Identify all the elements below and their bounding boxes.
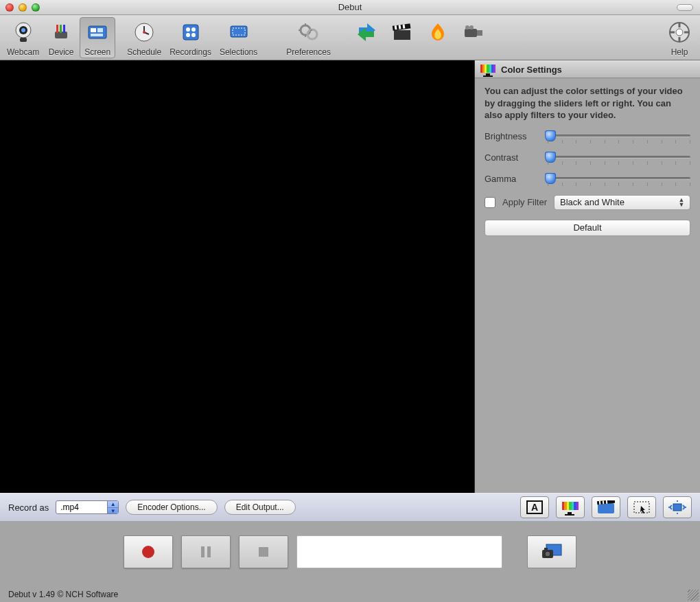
record-button[interactable] [124, 535, 173, 568]
sidebar: Color Settings You can adjust the color … [475, 60, 700, 493]
snapshot-icon [541, 543, 563, 561]
main-area: Color Settings You can adjust the color … [0, 60, 700, 493]
video-effects-icon [597, 500, 615, 514]
svg-rect-16 [183, 25, 198, 40]
svg-text:A: A [531, 502, 538, 513]
close-window-button[interactable] [5, 3, 14, 12]
toolbar-preferences[interactable]: Preferences [282, 17, 335, 58]
resize-grip[interactable] [688, 590, 699, 601]
toolbar-screen[interactable]: Screen [80, 17, 115, 58]
preferences-icon [295, 19, 323, 46]
zoom-window-button[interactable] [32, 3, 40, 12]
apply-filter-label: Apply Filter [502, 197, 547, 207]
gamma-label: Gamma [485, 174, 539, 184]
toolbar-screen-label: Screen [84, 47, 110, 57]
svg-point-2 [21, 28, 25, 32]
stepper-icon: ▲▼ [107, 501, 118, 513]
toolbar-burn[interactable] [420, 17, 456, 58]
svg-point-20 [191, 33, 196, 37]
share-icon [353, 19, 380, 46]
toolbar-toggle-pill[interactable] [677, 4, 693, 11]
stop-button[interactable] [239, 535, 288, 568]
brightness-slider[interactable] [548, 135, 690, 137]
minimize-window-button[interactable] [19, 3, 27, 12]
pause-icon [198, 544, 214, 560]
color-settings-button[interactable] [556, 496, 585, 518]
svg-point-15 [143, 31, 145, 34]
svg-rect-51 [207, 546, 211, 557]
playback-controls [0, 522, 700, 577]
fullscreen-button[interactable] [663, 496, 692, 518]
text-overlay-icon: A [526, 500, 543, 514]
record-as-label: Record as [8, 502, 49, 513]
video-effects-button[interactable] [592, 496, 620, 518]
toolbar-clapper[interactable] [384, 17, 420, 58]
svg-point-33 [469, 25, 474, 30]
toolbar-device[interactable]: Device [43, 17, 79, 58]
svg-rect-5 [56, 25, 58, 33]
toolbar-device-label: Device [49, 47, 74, 57]
pause-button[interactable] [181, 535, 231, 568]
device-icon [47, 19, 75, 46]
svg-point-55 [545, 551, 550, 557]
format-select[interactable]: .mp4 ▲▼ [56, 500, 119, 514]
svg-rect-3 [20, 38, 27, 42]
format-value: .mp4 [60, 502, 79, 512]
svg-rect-11 [91, 34, 103, 36]
color-bars-icon [480, 65, 495, 74]
color-settings-header: Color Settings [475, 60, 700, 78]
footer-text: Debut v 1.49 © NCH Software [8, 590, 118, 599]
panel-title: Color Settings [501, 65, 562, 75]
svg-rect-42 [598, 503, 614, 513]
toolbar-schedule[interactable]: Schedule [123, 17, 165, 58]
svg-rect-7 [63, 25, 65, 33]
burn-icon [424, 19, 452, 46]
svg-rect-6 [60, 25, 62, 33]
panel-description: You can adjust the color settings of you… [485, 85, 690, 121]
stop-icon [255, 544, 272, 560]
gamma-slider[interactable] [548, 177, 690, 180]
default-button[interactable]: Default [485, 220, 690, 236]
toolbar-share[interactable] [349, 17, 384, 58]
svg-point-19 [186, 33, 190, 37]
contrast-label: Contrast [485, 152, 539, 163]
svg-rect-56 [544, 548, 548, 550]
window-title: Debut [338, 2, 362, 12]
color-settings-icon [562, 502, 579, 513]
toolbar-preferences-label: Preferences [286, 47, 331, 57]
toolbar-help-label: Help [671, 47, 688, 57]
filter-select[interactable]: Black and White ▲▼ [554, 195, 690, 210]
record-icon [140, 544, 156, 560]
fullscreen-icon [668, 500, 686, 514]
toolbar-webcam[interactable]: Webcam [3, 17, 43, 58]
toolbar-recordings[interactable]: Recordings [165, 17, 215, 58]
contrast-slider[interactable] [548, 156, 690, 159]
record-bar: Record as .mp4 ▲▼ Encoder Options... Edi… [0, 493, 700, 522]
filter-select-value: Black and White [560, 197, 625, 207]
snapshot-button[interactable] [527, 535, 576, 568]
svg-point-49 [142, 546, 154, 558]
svg-rect-10 [97, 28, 103, 32]
main-toolbar: Webcam Device Screen Schedule Recor [0, 15, 700, 60]
toolbar-recordings-label: Recordings [170, 47, 211, 57]
updown-icon: ▲▼ [676, 197, 687, 208]
select-region-button[interactable] [627, 496, 656, 518]
encoder-options-button[interactable]: Encoder Options... [126, 500, 217, 515]
svg-rect-50 [201, 546, 205, 557]
apply-filter-checkbox[interactable] [485, 197, 495, 208]
toolbar-help[interactable]: Help [662, 17, 697, 58]
svg-rect-25 [394, 30, 410, 40]
status-display [296, 535, 502, 568]
svg-point-35 [676, 29, 683, 36]
video-preview [0, 60, 475, 493]
brightness-label: Brightness [485, 131, 539, 141]
svg-rect-9 [91, 28, 96, 32]
selections-icon [225, 19, 253, 46]
toolbar-camcorder[interactable] [456, 17, 491, 58]
svg-point-17 [186, 27, 190, 32]
webcam-icon [10, 19, 37, 46]
edit-output-button[interactable]: Edit Output... [224, 500, 296, 515]
toolbar-selections[interactable]: Selections [215, 17, 261, 58]
text-overlay-button[interactable]: A [520, 496, 549, 518]
schedule-icon [130, 19, 158, 46]
